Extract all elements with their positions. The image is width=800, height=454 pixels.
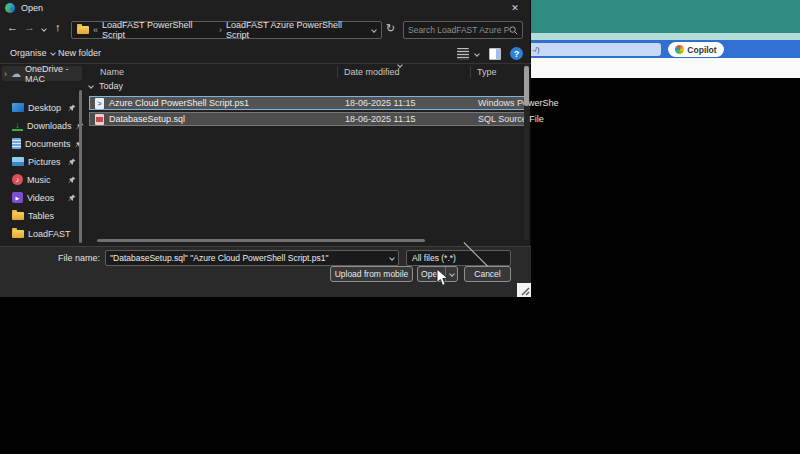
sql-file-icon bbox=[95, 114, 104, 125]
folder-icon bbox=[12, 230, 24, 238]
column-divider[interactable] bbox=[337, 66, 338, 78]
sidebar-item-tables[interactable]: Tables bbox=[4, 208, 78, 223]
back-button[interactable]: ← bbox=[7, 21, 18, 33]
sidebar-item-desktop[interactable]: Desktop bbox=[4, 100, 78, 115]
powershell-file-icon: > bbox=[95, 98, 104, 109]
file-type: Windows PowerShe bbox=[478, 98, 559, 108]
copilot-icon bbox=[675, 45, 684, 54]
breadcrumb-segment[interactable]: LoadFAST PowerShell Script bbox=[102, 20, 215, 40]
refresh-button[interactable]: ↻ bbox=[386, 22, 395, 35]
sidebar-item-music[interactable]: ♪ Music bbox=[4, 172, 78, 187]
view-mode-icon[interactable] bbox=[457, 48, 469, 60]
pin-icon bbox=[68, 104, 76, 112]
list-horizontal-scrollbar[interactable] bbox=[97, 239, 425, 242]
address-dropdown-icon[interactable] bbox=[371, 27, 377, 33]
sidebar-item-loadfast[interactable]: LoadFAST bbox=[4, 226, 78, 241]
sidebar-item-videos[interactable]: ▶ Videos bbox=[4, 190, 78, 205]
filename-dropdown-icon[interactable] bbox=[389, 255, 395, 261]
file-row-databasesetup[interactable]: DatabaseSetup.sql 18-06-2025 11:15 SQL S… bbox=[89, 112, 526, 126]
folder-icon bbox=[77, 26, 89, 34]
filetype-value: All files (*.*) bbox=[412, 253, 458, 263]
copilot-button[interactable]: Copilot bbox=[668, 42, 724, 57]
documents-icon bbox=[12, 138, 21, 149]
upload-from-mobile-button[interactable]: Upload from mobile bbox=[330, 266, 413, 282]
sidebar-item-label: LoadFAST bbox=[28, 229, 71, 239]
column-header-type[interactable]: Type bbox=[477, 67, 497, 77]
mouse-cursor bbox=[436, 268, 450, 287]
view-dropdown-icon[interactable] bbox=[474, 51, 480, 57]
desktop-icon bbox=[12, 103, 24, 112]
preview-pane-icon[interactable] bbox=[489, 48, 501, 60]
close-button[interactable]: ✕ bbox=[502, 0, 528, 15]
pictures-icon bbox=[12, 157, 24, 166]
sidebar-item-label: Documents bbox=[25, 139, 71, 149]
copilot-label: Copilot bbox=[687, 45, 716, 55]
pin-icon bbox=[68, 194, 76, 202]
dialog-title: Open bbox=[21, 3, 43, 13]
collapse-icon[interactable] bbox=[88, 83, 94, 89]
recent-locations-button[interactable] bbox=[41, 26, 47, 32]
group-header-today[interactable]: Today bbox=[89, 81, 123, 91]
organise-label: Organise bbox=[10, 48, 47, 58]
sidebar-item-downloads[interactable]: ↓ Downloads bbox=[4, 118, 78, 133]
breadcrumb-segment[interactable]: LoadFAST Azure PowerShell Script bbox=[226, 20, 364, 40]
expand-icon[interactable]: › bbox=[4, 69, 7, 79]
filename-input[interactable] bbox=[110, 253, 390, 263]
pin-icon bbox=[68, 176, 76, 184]
music-icon: ♪ bbox=[12, 174, 23, 185]
sidebar-item-label: Desktop bbox=[28, 103, 61, 113]
list-vertical-scrollbar[interactable] bbox=[524, 64, 529, 240]
onedrive-label: OneDrive - MAC bbox=[25, 64, 82, 84]
new-folder-button[interactable]: New folder bbox=[58, 48, 101, 58]
resize-grip[interactable] bbox=[517, 283, 531, 297]
up-button[interactable]: ↑ bbox=[55, 21, 61, 33]
dialog-titlebar[interactable]: Open ✕ bbox=[0, 0, 530, 16]
app-icon bbox=[5, 3, 15, 13]
sidebar-item-label: Videos bbox=[27, 193, 54, 203]
folder-icon bbox=[12, 212, 24, 220]
filetype-select[interactable]: All files (*.*) bbox=[406, 250, 511, 266]
file-name: Azure Cloud PowerShell Script.ps1 bbox=[109, 98, 249, 108]
sidebar-item-label: Music bbox=[27, 175, 51, 185]
videos-icon: ▶ bbox=[12, 192, 23, 203]
filename-field[interactable] bbox=[105, 250, 399, 266]
sidebar-item-label: Tables bbox=[28, 211, 54, 221]
sidebar-item-label: Downloads bbox=[27, 121, 72, 131]
help-icon[interactable]: ? bbox=[510, 47, 523, 60]
file-type: SQL Source File bbox=[478, 114, 544, 124]
breadcrumb[interactable]: « LoadFAST PowerShell Script › LoadFAST … bbox=[71, 21, 382, 39]
downloads-icon: ↓ bbox=[12, 121, 23, 131]
column-header-name[interactable]: Name bbox=[100, 67, 124, 77]
open-dialog: Open ✕ ← → ↑ « LoadFAST PowerShell Scrip… bbox=[0, 0, 531, 297]
file-date: 18-06-2025 11:15 bbox=[345, 98, 415, 108]
filename-label: File name: bbox=[0, 253, 100, 263]
file-name: DatabaseSetup.sql bbox=[109, 114, 185, 124]
organise-button[interactable]: Organise bbox=[10, 48, 55, 58]
sidebar-item-onedrive[interactable]: › ☁ OneDrive - MAC bbox=[2, 66, 82, 81]
grip-lines-icon bbox=[517, 283, 531, 297]
breadcrumb-overflow-icon[interactable]: « bbox=[93, 25, 98, 35]
search-box[interactable] bbox=[403, 21, 523, 39]
search-icon bbox=[509, 26, 518, 35]
cancel-button[interactable]: Cancel bbox=[464, 266, 511, 282]
pin-icon bbox=[68, 158, 76, 166]
file-row-azure-script[interactable]: > Azure Cloud PowerShell Script.ps1 18-0… bbox=[89, 96, 526, 110]
scrollbar-thumb[interactable] bbox=[524, 66, 529, 106]
new-folder-label: New folder bbox=[58, 48, 101, 58]
column-divider[interactable] bbox=[470, 66, 471, 78]
sidebar-item-pictures[interactable]: Pictures bbox=[4, 154, 78, 169]
sidebar-item-documents[interactable]: Documents bbox=[4, 136, 78, 151]
column-header-date[interactable]: Date modified bbox=[344, 67, 400, 77]
sidebar-scrollbar[interactable] bbox=[79, 90, 82, 243]
cloud-icon: ☁ bbox=[11, 69, 21, 79]
group-label: Today bbox=[99, 81, 123, 91]
chevron-down-icon bbox=[50, 50, 56, 56]
sidebar-item-label: Pictures bbox=[28, 157, 61, 167]
file-date: 18-06-2025 11:15 bbox=[345, 114, 415, 124]
search-input[interactable] bbox=[408, 25, 509, 35]
forward-button[interactable]: → bbox=[24, 21, 35, 33]
chevron-right-icon: › bbox=[219, 25, 222, 35]
